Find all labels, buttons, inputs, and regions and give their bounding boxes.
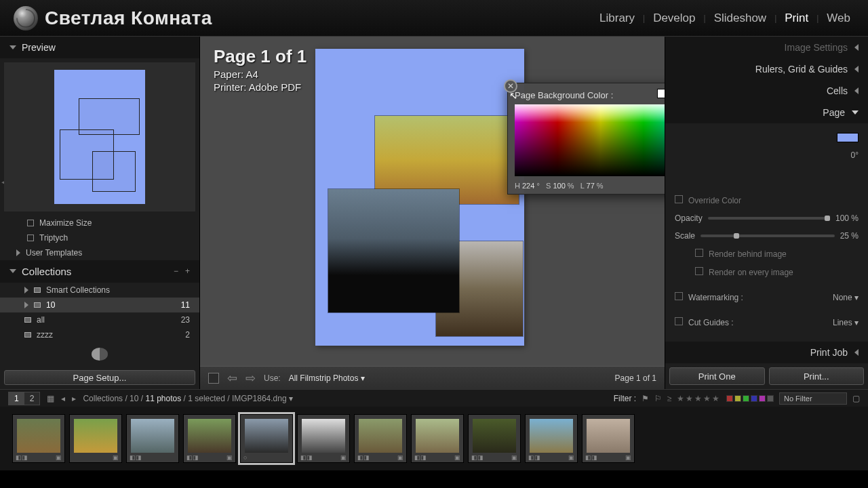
nav-slideshow[interactable]: Slideshow [710, 12, 771, 25]
picker-values: H 224 ° S 100 % L 77 % R 54 % G 66 % B 1… [515, 182, 665, 190]
top-bar: Светлая Комната Library| Develop| Slides… [0, 0, 868, 37]
breadcrumb[interactable]: Collections / 10 / 11 photos / 1 selecte… [83, 394, 293, 403]
flag-pick-icon[interactable]: ⚑ [642, 394, 649, 403]
window-segment[interactable]: 12 [8, 392, 40, 405]
next-page-icon[interactable]: ⇨ [245, 371, 256, 386]
thumb-1[interactable]: ◧◨▣ [12, 414, 65, 463]
template-triptych[interactable]: Triptych [0, 230, 199, 245]
print-job-header[interactable]: Print Job [665, 342, 868, 363]
opacity-slider[interactable] [708, 217, 830, 220]
color-picker-popup: ✕ ↖ Page Background Color : [507, 83, 665, 195]
filter-select[interactable]: No Filter [779, 392, 847, 405]
collection-zzzz[interactable]: zzzz2 [0, 327, 199, 342]
picker-presets [657, 89, 665, 98]
footer-bar [0, 470, 868, 481]
nav-develop[interactable]: Develop [649, 12, 699, 25]
page-panel-body: 0° Override Color Opacity100 % Scale25 %… [665, 123, 868, 342]
user-templates[interactable]: User Templates [0, 245, 199, 260]
color-filter[interactable] [726, 395, 774, 402]
flag-reject-icon[interactable]: ⚐ [654, 394, 662, 403]
color-gradient[interactable] [515, 104, 665, 176]
filmstrip: ◧◨▣ ▣ ◧◨ ◧◨▣ ○ ◧◨▣ ◧◨▣ ◧◨▣ ◧◨▣ ◧◨▣ ◧◨▣ [0, 407, 868, 470]
filter-label: Filter : [614, 394, 636, 403]
logo: Светлая Комната [14, 6, 212, 30]
page-counter: Page 1 of 1 [214, 46, 307, 67]
canvas: Page 1 of 1 Paper: A4 Printer: Adobe PDF… [200, 37, 665, 389]
page-bg-swatch[interactable] [837, 133, 859, 142]
thumb-4[interactable]: ◧◨▣ [183, 414, 236, 463]
prev-page-icon[interactable]: ⇦ [227, 371, 237, 386]
filter-lock-icon[interactable]: ▢ [852, 394, 860, 403]
page-setup-button[interactable]: Page Setup... [4, 370, 195, 385]
swatch-white[interactable] [657, 89, 665, 98]
picker-s: 100 [553, 182, 565, 190]
yin-yang-icon [92, 348, 108, 361]
nav-library[interactable]: Library [595, 12, 639, 25]
photo-cell-2[interactable] [328, 189, 459, 312]
thumb-8[interactable]: ◧◨▣ [411, 414, 464, 463]
template-maximize[interactable]: Maximize Size [0, 216, 199, 230]
thumb-9[interactable]: ◧◨▣ [468, 414, 521, 463]
image-settings-header[interactable]: Image Settings [665, 37, 868, 58]
watermark-select[interactable]: None ▾ [833, 293, 859, 302]
cutguides-select[interactable]: Lines ▾ [833, 318, 859, 327]
collection-10[interactable]: 1011 [0, 298, 199, 312]
render-every-check[interactable]: Render on every image [709, 268, 793, 277]
nav-web[interactable]: Web [823, 12, 854, 25]
rulers-header[interactable]: Rulers, Grid & Guides [665, 58, 868, 80]
preview-thumbnail [4, 62, 195, 211]
use-select[interactable]: All Filmstrip Photos ▾ [289, 373, 365, 383]
watermark-label[interactable]: Watermarking : [688, 293, 743, 302]
print-page[interactable] [315, 49, 524, 346]
app-logo-icon [14, 6, 38, 30]
select-checkbox[interactable] [208, 373, 219, 384]
scale-label: Scale [675, 231, 695, 241]
page-of-label: Page 1 of 1 [615, 373, 656, 383]
thumb-10[interactable]: ◧◨▣ [525, 414, 578, 463]
nav-print[interactable]: Print [781, 12, 812, 25]
left-panel: ◂ Preview Maximize Size Triptych User Te… [0, 37, 200, 389]
thumb-11[interactable]: ◧◨▣ [582, 414, 635, 463]
smart-collections[interactable]: Smart Collections [0, 283, 199, 298]
nav-back-icon[interactable]: ◂ [61, 394, 65, 403]
preview-header[interactable]: Preview [0, 37, 199, 58]
app-title: Светлая Комната [45, 7, 212, 29]
collections-label: Collections [22, 266, 71, 277]
collection-all[interactable]: all23 [0, 312, 199, 327]
collections-header[interactable]: Collections −+ [0, 260, 199, 283]
cutguides-label[interactable]: Cut Guides : [688, 318, 734, 327]
page-info-overlay: Page 1 of 1 Paper: A4 Printer: Adobe PDF [214, 46, 307, 93]
canvas-area[interactable]: Page 1 of 1 Paper: A4 Printer: Adobe PDF… [200, 37, 665, 366]
page-header[interactable]: Page [665, 102, 868, 123]
override-color-check[interactable]: Override Color [688, 196, 741, 205]
scale-slider[interactable] [701, 235, 835, 237]
cells-header[interactable]: Cells [665, 80, 868, 102]
thumb-7[interactable]: ◧◨▣ [354, 414, 407, 463]
nav-fwd-icon[interactable]: ▸ [72, 394, 76, 403]
use-label: Use: [264, 373, 281, 383]
angle-value[interactable]: 0° [851, 150, 859, 160]
thumb-3[interactable]: ◧◨ [126, 414, 179, 463]
canvas-bottom-bar: ⇦ ⇨ Use: All Filmstrip Photos ▾ Page 1 o… [200, 366, 665, 389]
thumb-6[interactable]: ◧◨▣ [297, 414, 350, 463]
template-list: Maximize Size Triptych User Templates [0, 216, 199, 260]
picker-h: 224 [522, 182, 534, 190]
thumb-2[interactable]: ▣ [69, 414, 122, 463]
star-filter[interactable]: ≥ ★★★★★ [667, 394, 721, 403]
render-behind-check[interactable]: Render behind image [709, 249, 787, 259]
preview-page [54, 70, 145, 204]
print-button[interactable]: Print... [769, 367, 865, 385]
secondary-toolbar: 12 ▦ ◂ ▸ Collections / 10 / 11 photos / … [0, 389, 868, 407]
preview-label: Preview [22, 42, 56, 53]
thumb-5[interactable]: ○ [240, 414, 293, 463]
picker-title: Page Background Color : [515, 90, 665, 100]
print-one-button[interactable]: Print One [669, 367, 765, 385]
module-nav: Library| Develop| Slideshow| Print| Web [595, 12, 854, 25]
cursor-icon: ↖ [509, 90, 517, 101]
right-panel: Image Settings Rulers, Grid & Guides Cel… [665, 37, 868, 389]
grid-view-icon[interactable]: ▦ [47, 394, 54, 403]
collections-plus-icon[interactable]: + [185, 266, 190, 276]
filter-area: Filter : ⚑ ⚐ ≥ ★★★★★ No Filter ▢ [614, 392, 860, 405]
main-area: ◂ Preview Maximize Size Triptych User Te… [0, 37, 868, 389]
collections-minus-icon[interactable]: − [174, 266, 178, 276]
